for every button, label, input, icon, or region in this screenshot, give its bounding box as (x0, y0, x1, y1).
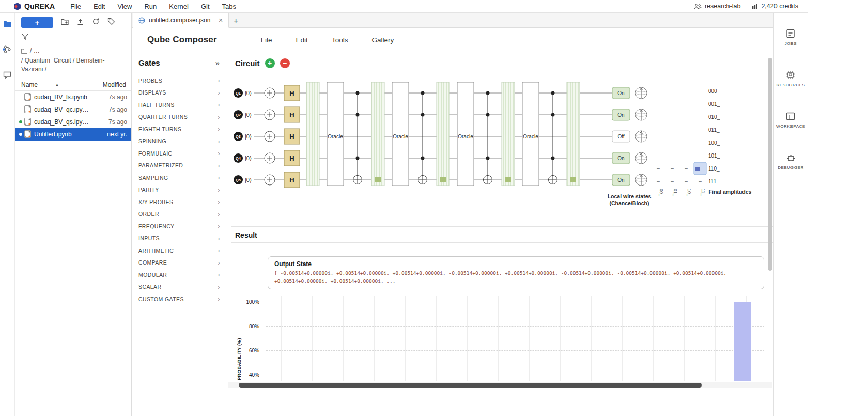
control-dot[interactable] (486, 91, 490, 95)
control-dot[interactable] (551, 91, 555, 95)
gate-category-eighth-turns[interactable]: EIGHTH TURNS› (132, 123, 227, 135)
wire-toggle-q3[interactable]: Off (612, 131, 630, 142)
control-dot[interactable] (356, 157, 360, 160)
gate-category-order[interactable]: ORDER› (132, 208, 227, 221)
amplitude-cell[interactable]: – (699, 88, 702, 94)
amplitude-cell[interactable]: – (685, 165, 688, 171)
gate-category-parametrized[interactable]: PARAMETRIZED› (132, 160, 227, 172)
menubar-item-git[interactable]: Git (195, 3, 216, 10)
amplitude-cell[interactable]: – (685, 127, 688, 132)
probe-column[interactable] (306, 82, 319, 186)
amplitude-cell[interactable]: – (671, 165, 674, 171)
breadcrumb-root[interactable]: / … (21, 47, 40, 55)
amplitude-cell[interactable]: – (685, 114, 688, 119)
gate-category-half-turns[interactable]: HALF TURNS› (132, 99, 227, 111)
amplitude-cell[interactable]: – (699, 114, 702, 119)
amplitude-cell[interactable]: – (657, 127, 660, 132)
amplitude-cell[interactable]: – (657, 88, 660, 94)
menubar-item-kernel[interactable]: Kernel (163, 3, 195, 10)
gate-category-spinning[interactable]: SPINNING› (132, 135, 227, 148)
control-dot[interactable] (486, 113, 490, 117)
gate-category-formulaic[interactable]: FORMULAIC› (132, 147, 227, 160)
probability-bar[interactable]: 99.9% (734, 302, 751, 381)
composer-menu-tools[interactable]: Tools (320, 36, 360, 44)
amplitude-cell[interactable]: – (671, 152, 674, 158)
rail-item-workspace[interactable]: WORKSPACE (776, 111, 805, 129)
amplitude-cell[interactable]: – (699, 101, 702, 106)
gate-category-scalar[interactable]: SCALAR› (132, 281, 227, 294)
probe-column[interactable] (502, 82, 515, 186)
new-launcher-button[interactable]: + (21, 17, 53, 28)
control-dot[interactable] (356, 91, 360, 95)
credits-chip[interactable]: 2,420 credits (752, 3, 798, 10)
file-browser-tab-icon[interactable] (3, 20, 12, 29)
menubar-item-run[interactable]: Run (138, 3, 163, 10)
control-dot[interactable] (356, 113, 360, 117)
upload-icon[interactable] (76, 18, 84, 27)
chat-tab-icon[interactable] (3, 71, 11, 81)
amplitude-cell[interactable]: – (671, 178, 674, 184)
gate-category-inputs[interactable]: INPUTS› (132, 233, 227, 245)
composer-menu-edit[interactable]: Edit (284, 36, 320, 44)
amplitude-cell[interactable]: – (657, 101, 660, 106)
amplitude-cell[interactable]: – (671, 88, 674, 94)
breadcrumb[interactable]: / … / Quantum_Circuit / Bernstein-Vazira… (15, 43, 131, 75)
control-dot[interactable] (421, 91, 425, 95)
new-tab-button[interactable]: + (229, 13, 243, 27)
composer-menu-file[interactable]: File (249, 36, 284, 44)
menubar-item-view[interactable]: View (111, 3, 138, 10)
amplitude-cell[interactable]: – (685, 140, 688, 145)
remove-wire-button[interactable]: − (280, 58, 290, 68)
rail-item-resources[interactable]: RESOURCES (776, 70, 805, 87)
tab-close-icon[interactable]: ✕ (218, 17, 223, 24)
vertical-scrollbar-thumb[interactable] (768, 58, 772, 271)
menubar-item-tabs[interactable]: Tabs (216, 3, 242, 10)
amplitude-cell[interactable]: – (685, 88, 688, 94)
amplitude-cell[interactable]: – (657, 178, 660, 184)
horizontal-scrollbar[interactable] (228, 382, 772, 388)
gate-category-sampling[interactable]: SAMPLING› (132, 172, 227, 184)
gate-category-x-y-probes[interactable]: X/Y PROBES› (132, 196, 227, 208)
menubar-item-edit[interactable]: Edit (87, 3, 111, 10)
amplitude-cell[interactable]: – (685, 152, 688, 158)
tag-icon[interactable] (107, 18, 115, 27)
breadcrumb-path[interactable]: / Quantum_Circuit / Bernstein-Vazirani / (21, 56, 125, 74)
gate-category-displays[interactable]: DISPLAYS› (132, 87, 227, 99)
amplitude-cell[interactable]: – (699, 127, 702, 132)
control-dot[interactable] (421, 157, 425, 160)
git-tab-icon[interactable] (3, 45, 11, 56)
gate-category-quarter-turns[interactable]: QUARTER TURNS› (132, 111, 227, 123)
user-chip[interactable]: research-lab (694, 3, 740, 10)
gate-category-compare[interactable]: COMPARE› (132, 257, 227, 269)
file-row[interactable]: cudaq_BV_qc.ipy…7s ago (15, 103, 131, 116)
menubar-item-file[interactable]: File (64, 3, 87, 10)
probe-column[interactable] (437, 82, 450, 186)
collapse-panel-icon[interactable]: » (215, 58, 220, 67)
control-dot[interactable] (421, 113, 425, 117)
amplitude-cell[interactable]: – (685, 101, 688, 106)
rail-item-debugger[interactable]: DEBUGGER (778, 152, 804, 170)
file-row[interactable]: cudaq_BV_qs.ipy…7s ago (15, 116, 131, 128)
amplitude-cell[interactable]: – (671, 101, 674, 106)
probe-column[interactable] (371, 82, 384, 186)
tab-untitled-composer[interactable]: untitled.composer.json ✕ (133, 13, 229, 28)
wire-toggle-q1[interactable]: On (612, 87, 630, 99)
control-dot[interactable] (551, 157, 555, 160)
gate-category-frequency[interactable]: FREQUENCY› (132, 220, 227, 233)
wire-toggle-q4[interactable]: On (612, 152, 630, 164)
gate-category-arithmetic[interactable]: ARITHMETIC› (132, 244, 227, 257)
name-column-header[interactable]: Name (21, 81, 38, 88)
add-wire-button[interactable]: + (265, 58, 275, 68)
file-row[interactable]: Untitled.ipynbnext yr. (15, 128, 131, 141)
rail-item-jobs[interactable]: JOBS (785, 28, 797, 46)
modified-column-header[interactable]: Modified (103, 81, 126, 88)
new-folder-icon[interactable] (61, 18, 69, 27)
amplitude-cell[interactable]: – (699, 178, 702, 184)
composer-menu-gallery[interactable]: Gallery (360, 36, 406, 44)
file-row[interactable]: cudaq_BV_ls.ipynb7s ago (15, 91, 131, 103)
control-dot[interactable] (551, 113, 555, 117)
amplitude-cell[interactable]: – (671, 114, 674, 119)
gate-category-parity[interactable]: PARITY› (132, 184, 227, 196)
amplitude-cell[interactable]: – (657, 165, 660, 171)
probe-column[interactable] (567, 82, 580, 186)
